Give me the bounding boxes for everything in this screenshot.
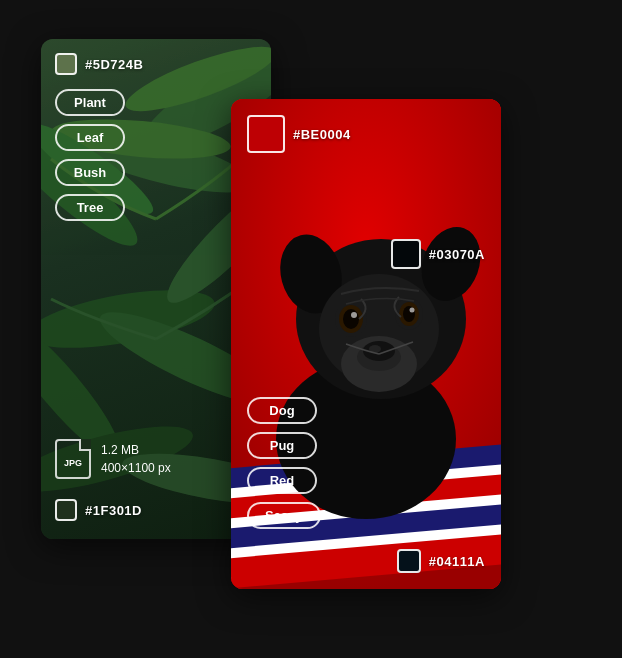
file-dimensions: 400×1100 px xyxy=(101,459,171,477)
dog-color-bottom-label: #04111A xyxy=(429,554,485,569)
plant-swatch-top xyxy=(55,53,77,75)
dog-color-top-label: #BE0004 xyxy=(293,127,351,142)
dog-color-mid: #03070A xyxy=(391,239,485,269)
dog-swatch-bottom xyxy=(397,549,421,573)
dog-color-bottom: #04111A xyxy=(397,549,485,573)
tag-bush[interactable]: Bush xyxy=(55,159,125,186)
dog-swatch-mid xyxy=(391,239,421,269)
plant-color-top-label: #5D724B xyxy=(85,57,143,72)
file-info: JPG 1.2 MB 400×1100 px xyxy=(55,439,171,479)
file-icon: JPG xyxy=(55,439,91,479)
dog-card: #BE0004 #03070A Dog Pug Red xyxy=(231,99,501,589)
plant-swatch-bottom xyxy=(55,499,77,521)
file-meta: 1.2 MB 400×1100 px xyxy=(101,441,171,477)
plant-color-bottom-label: #1F301D xyxy=(85,503,142,518)
dog-tags[interactable]: Dog Pug Red Sassy xyxy=(247,397,321,529)
tag-tree[interactable]: Tree xyxy=(55,194,125,221)
plant-color-top: #5D724B xyxy=(55,53,143,75)
tag-leaf[interactable]: Leaf xyxy=(55,124,125,151)
dog-card-content: #BE0004 #03070A Dog Pug Red xyxy=(231,99,501,589)
dog-swatch-top xyxy=(247,115,285,153)
dog-color-top: #BE0004 xyxy=(247,115,351,153)
dog-color-mid-label: #03070A xyxy=(429,247,485,262)
tag-plant[interactable]: Plant xyxy=(55,89,125,116)
scene: #5D724B Plant Leaf Bush Tree xyxy=(21,19,601,639)
plant-tags[interactable]: Plant Leaf Bush Tree xyxy=(55,89,125,221)
tag-dog[interactable]: Dog xyxy=(247,397,317,424)
tag-sassy[interactable]: Sassy xyxy=(247,502,321,529)
file-ext: JPG xyxy=(64,458,82,468)
tag-pug[interactable]: Pug xyxy=(247,432,317,459)
tag-red[interactable]: Red xyxy=(247,467,317,494)
file-size: 1.2 MB xyxy=(101,441,171,459)
plant-color-bottom: #1F301D xyxy=(55,499,142,521)
